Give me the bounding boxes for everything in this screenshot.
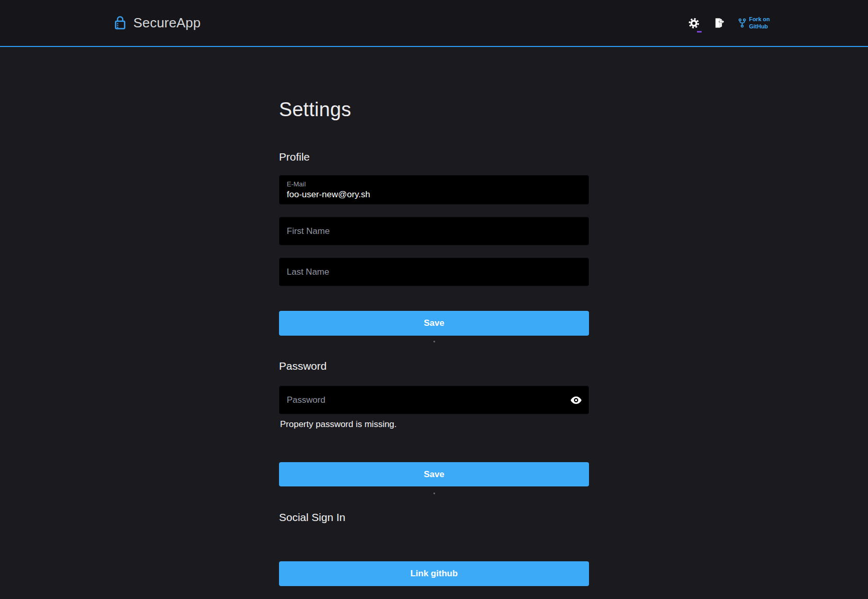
top-navbar: SecureApp	[0, 0, 868, 47]
app-logo[interactable]: SecureApp	[115, 15, 200, 31]
git-fork-icon	[738, 18, 746, 28]
separator-dot	[433, 493, 435, 494]
gear-icon	[688, 18, 700, 29]
password-save-button[interactable]: Save	[279, 462, 589, 486]
settings-page: Settings Profile E-Mail Save Password Pr…	[279, 47, 589, 586]
password-field-container	[279, 386, 589, 414]
email-field-container: E-Mail	[279, 175, 589, 204]
profile-section-heading: Profile	[279, 151, 589, 163]
email-input[interactable]	[287, 190, 581, 200]
fork-link-text: Fork on GitHub	[749, 16, 770, 30]
logout-button[interactable]	[713, 17, 725, 29]
navbar-actions: Fork on GitHub	[688, 16, 770, 30]
password-error-message: Property password is missing.	[280, 419, 589, 430]
profile-save-button[interactable]: Save	[279, 311, 589, 336]
first-name-field-container	[279, 217, 589, 245]
password-input[interactable]	[287, 395, 581, 405]
password-section-heading: Password	[279, 360, 589, 372]
page-title: Settings	[279, 99, 589, 121]
link-github-button[interactable]: Link github	[279, 561, 589, 586]
last-name-field-container	[279, 258, 589, 286]
lock-icon	[115, 16, 126, 30]
separator-dot	[433, 341, 435, 342]
first-name-input[interactable]	[287, 226, 581, 237]
gear-underline-indicator	[697, 31, 702, 33]
app-title: SecureApp	[133, 15, 200, 31]
social-section-heading: Social Sign In	[279, 511, 589, 524]
eye-icon	[570, 396, 582, 404]
logout-icon	[713, 17, 725, 29]
fork-on-github-link[interactable]: Fork on GitHub	[738, 16, 770, 30]
settings-button[interactable]	[688, 18, 700, 29]
last-name-input[interactable]	[287, 267, 581, 277]
toggle-password-visibility-button[interactable]	[570, 396, 582, 404]
email-field-label: E-Mail	[287, 180, 581, 188]
